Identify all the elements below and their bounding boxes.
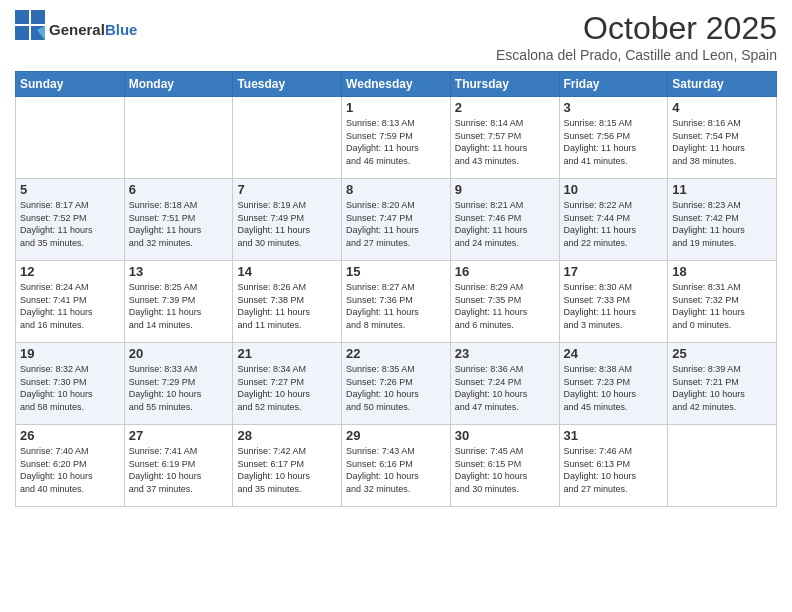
- calendar-week-3: 12Sunrise: 8:24 AMSunset: 7:41 PMDayligh…: [16, 261, 777, 343]
- cell-content: Sunrise: 8:36 AMSunset: 7:24 PMDaylight:…: [455, 363, 555, 413]
- col-thursday: Thursday: [450, 72, 559, 97]
- cell-content: Sunrise: 8:32 AMSunset: 7:30 PMDaylight:…: [20, 363, 120, 413]
- cell-content: Sunrise: 8:33 AMSunset: 7:29 PMDaylight:…: [129, 363, 229, 413]
- day-number: 25: [672, 346, 772, 361]
- day-number: 6: [129, 182, 229, 197]
- day-number: 29: [346, 428, 446, 443]
- cell-content: Sunrise: 7:40 AMSunset: 6:20 PMDaylight:…: [20, 445, 120, 495]
- day-number: 9: [455, 182, 555, 197]
- cell-content: Sunrise: 8:19 AMSunset: 7:49 PMDaylight:…: [237, 199, 337, 249]
- calendar-cell: 1Sunrise: 8:13 AMSunset: 7:59 PMDaylight…: [342, 97, 451, 179]
- cell-content: Sunrise: 8:24 AMSunset: 7:41 PMDaylight:…: [20, 281, 120, 331]
- calendar-cell: 16Sunrise: 8:29 AMSunset: 7:35 PMDayligh…: [450, 261, 559, 343]
- cell-content: Sunrise: 8:18 AMSunset: 7:51 PMDaylight:…: [129, 199, 229, 249]
- calendar-cell: 25Sunrise: 8:39 AMSunset: 7:21 PMDayligh…: [668, 343, 777, 425]
- calendar-cell: 24Sunrise: 8:38 AMSunset: 7:23 PMDayligh…: [559, 343, 668, 425]
- day-number: 12: [20, 264, 120, 279]
- header: GeneralBlue October 2025 Escalona del Pr…: [15, 10, 777, 63]
- calendar-cell: 3Sunrise: 8:15 AMSunset: 7:56 PMDaylight…: [559, 97, 668, 179]
- logo-blue: Blue: [105, 21, 138, 38]
- day-number: 27: [129, 428, 229, 443]
- day-number: 19: [20, 346, 120, 361]
- calendar-week-1: 1Sunrise: 8:13 AMSunset: 7:59 PMDaylight…: [16, 97, 777, 179]
- cell-content: Sunrise: 8:21 AMSunset: 7:46 PMDaylight:…: [455, 199, 555, 249]
- cell-content: Sunrise: 8:22 AMSunset: 7:44 PMDaylight:…: [564, 199, 664, 249]
- calendar-cell: 29Sunrise: 7:43 AMSunset: 6:16 PMDayligh…: [342, 425, 451, 507]
- day-number: 16: [455, 264, 555, 279]
- svg-rect-1: [31, 10, 45, 24]
- calendar-week-4: 19Sunrise: 8:32 AMSunset: 7:30 PMDayligh…: [16, 343, 777, 425]
- cell-content: Sunrise: 8:27 AMSunset: 7:36 PMDaylight:…: [346, 281, 446, 331]
- cell-content: Sunrise: 8:38 AMSunset: 7:23 PMDaylight:…: [564, 363, 664, 413]
- calendar-cell: [668, 425, 777, 507]
- svg-rect-2: [15, 26, 29, 40]
- location: Escalona del Prado, Castille and Leon, S…: [496, 47, 777, 63]
- calendar-cell: 27Sunrise: 7:41 AMSunset: 6:19 PMDayligh…: [124, 425, 233, 507]
- cell-content: Sunrise: 8:17 AMSunset: 7:52 PMDaylight:…: [20, 199, 120, 249]
- day-number: 13: [129, 264, 229, 279]
- day-number: 15: [346, 264, 446, 279]
- col-sunday: Sunday: [16, 72, 125, 97]
- calendar-cell: 26Sunrise: 7:40 AMSunset: 6:20 PMDayligh…: [16, 425, 125, 507]
- day-number: 24: [564, 346, 664, 361]
- day-number: 3: [564, 100, 664, 115]
- calendar-cell: 10Sunrise: 8:22 AMSunset: 7:44 PMDayligh…: [559, 179, 668, 261]
- calendar-cell: 12Sunrise: 8:24 AMSunset: 7:41 PMDayligh…: [16, 261, 125, 343]
- cell-content: Sunrise: 8:34 AMSunset: 7:27 PMDaylight:…: [237, 363, 337, 413]
- cell-content: Sunrise: 8:14 AMSunset: 7:57 PMDaylight:…: [455, 117, 555, 167]
- calendar-cell: 5Sunrise: 8:17 AMSunset: 7:52 PMDaylight…: [16, 179, 125, 261]
- svg-rect-0: [15, 10, 29, 24]
- cell-content: Sunrise: 8:29 AMSunset: 7:35 PMDaylight:…: [455, 281, 555, 331]
- calendar-cell: [16, 97, 125, 179]
- cell-content: Sunrise: 8:35 AMSunset: 7:26 PMDaylight:…: [346, 363, 446, 413]
- cell-content: Sunrise: 8:25 AMSunset: 7:39 PMDaylight:…: [129, 281, 229, 331]
- col-tuesday: Tuesday: [233, 72, 342, 97]
- calendar-cell: 11Sunrise: 8:23 AMSunset: 7:42 PMDayligh…: [668, 179, 777, 261]
- cell-content: Sunrise: 8:16 AMSunset: 7:54 PMDaylight:…: [672, 117, 772, 167]
- cell-content: Sunrise: 8:30 AMSunset: 7:33 PMDaylight:…: [564, 281, 664, 331]
- cell-content: Sunrise: 8:20 AMSunset: 7:47 PMDaylight:…: [346, 199, 446, 249]
- header-row: Sunday Monday Tuesday Wednesday Thursday…: [16, 72, 777, 97]
- calendar-week-2: 5Sunrise: 8:17 AMSunset: 7:52 PMDaylight…: [16, 179, 777, 261]
- calendar-cell: 8Sunrise: 8:20 AMSunset: 7:47 PMDaylight…: [342, 179, 451, 261]
- calendar-cell: 18Sunrise: 8:31 AMSunset: 7:32 PMDayligh…: [668, 261, 777, 343]
- col-monday: Monday: [124, 72, 233, 97]
- calendar-cell: 19Sunrise: 8:32 AMSunset: 7:30 PMDayligh…: [16, 343, 125, 425]
- calendar-cell: 23Sunrise: 8:36 AMSunset: 7:24 PMDayligh…: [450, 343, 559, 425]
- calendar-cell: 9Sunrise: 8:21 AMSunset: 7:46 PMDaylight…: [450, 179, 559, 261]
- day-number: 30: [455, 428, 555, 443]
- day-number: 1: [346, 100, 446, 115]
- calendar-cell: 2Sunrise: 8:14 AMSunset: 7:57 PMDaylight…: [450, 97, 559, 179]
- day-number: 23: [455, 346, 555, 361]
- cell-content: Sunrise: 7:45 AMSunset: 6:15 PMDaylight:…: [455, 445, 555, 495]
- col-friday: Friday: [559, 72, 668, 97]
- calendar-cell: 21Sunrise: 8:34 AMSunset: 7:27 PMDayligh…: [233, 343, 342, 425]
- day-number: 26: [20, 428, 120, 443]
- calendar-cell: 20Sunrise: 8:33 AMSunset: 7:29 PMDayligh…: [124, 343, 233, 425]
- logo-text: GeneralBlue: [49, 21, 137, 39]
- calendar-cell: 13Sunrise: 8:25 AMSunset: 7:39 PMDayligh…: [124, 261, 233, 343]
- calendar-cell: 22Sunrise: 8:35 AMSunset: 7:26 PMDayligh…: [342, 343, 451, 425]
- logo-general: General: [49, 21, 105, 38]
- day-number: 5: [20, 182, 120, 197]
- cell-content: Sunrise: 7:46 AMSunset: 6:13 PMDaylight:…: [564, 445, 664, 495]
- calendar-cell: 7Sunrise: 8:19 AMSunset: 7:49 PMDaylight…: [233, 179, 342, 261]
- day-number: 8: [346, 182, 446, 197]
- title-block: October 2025 Escalona del Prado, Castill…: [496, 10, 777, 63]
- calendar-cell: 6Sunrise: 8:18 AMSunset: 7:51 PMDaylight…: [124, 179, 233, 261]
- calendar-cell: 30Sunrise: 7:45 AMSunset: 6:15 PMDayligh…: [450, 425, 559, 507]
- cell-content: Sunrise: 8:26 AMSunset: 7:38 PMDaylight:…: [237, 281, 337, 331]
- calendar-cell: 28Sunrise: 7:42 AMSunset: 6:17 PMDayligh…: [233, 425, 342, 507]
- day-number: 17: [564, 264, 664, 279]
- day-number: 28: [237, 428, 337, 443]
- page: GeneralBlue October 2025 Escalona del Pr…: [0, 0, 792, 612]
- logo: GeneralBlue: [15, 10, 137, 50]
- day-number: 10: [564, 182, 664, 197]
- day-number: 31: [564, 428, 664, 443]
- calendar-cell: 4Sunrise: 8:16 AMSunset: 7:54 PMDaylight…: [668, 97, 777, 179]
- day-number: 4: [672, 100, 772, 115]
- cell-content: Sunrise: 7:43 AMSunset: 6:16 PMDaylight:…: [346, 445, 446, 495]
- calendar-cell: [233, 97, 342, 179]
- day-number: 2: [455, 100, 555, 115]
- cell-content: Sunrise: 8:39 AMSunset: 7:21 PMDaylight:…: [672, 363, 772, 413]
